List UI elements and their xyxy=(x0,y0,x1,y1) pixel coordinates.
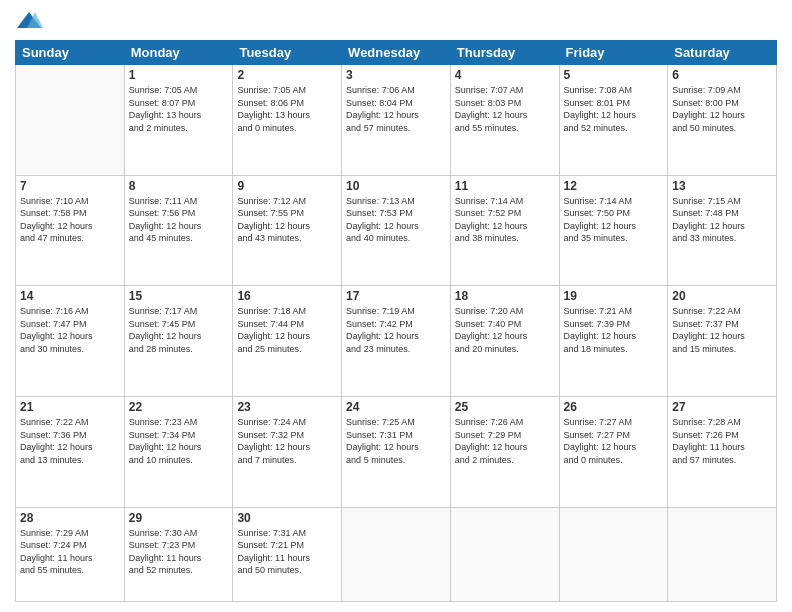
day-info: Sunrise: 7:05 AM Sunset: 8:06 PM Dayligh… xyxy=(237,84,337,134)
day-number: 8 xyxy=(129,179,229,193)
day-info: Sunrise: 7:23 AM Sunset: 7:34 PM Dayligh… xyxy=(129,416,229,466)
calendar-week-row: 1Sunrise: 7:05 AM Sunset: 8:07 PM Daylig… xyxy=(16,65,777,176)
day-number: 17 xyxy=(346,289,446,303)
calendar-cell: 8Sunrise: 7:11 AM Sunset: 7:56 PM Daylig… xyxy=(124,175,233,286)
calendar-header-row: SundayMondayTuesdayWednesdayThursdayFrid… xyxy=(16,41,777,65)
calendar-cell: 12Sunrise: 7:14 AM Sunset: 7:50 PM Dayli… xyxy=(559,175,668,286)
logo xyxy=(15,10,47,32)
day-info: Sunrise: 7:19 AM Sunset: 7:42 PM Dayligh… xyxy=(346,305,446,355)
day-info: Sunrise: 7:26 AM Sunset: 7:29 PM Dayligh… xyxy=(455,416,555,466)
calendar-cell: 20Sunrise: 7:22 AM Sunset: 7:37 PM Dayli… xyxy=(668,286,777,397)
calendar-cell: 26Sunrise: 7:27 AM Sunset: 7:27 PM Dayli… xyxy=(559,396,668,507)
day-number: 13 xyxy=(672,179,772,193)
weekday-header: Tuesday xyxy=(233,41,342,65)
calendar-cell xyxy=(16,65,125,176)
calendar-cell: 7Sunrise: 7:10 AM Sunset: 7:58 PM Daylig… xyxy=(16,175,125,286)
calendar-cell: 14Sunrise: 7:16 AM Sunset: 7:47 PM Dayli… xyxy=(16,286,125,397)
calendar-cell: 30Sunrise: 7:31 AM Sunset: 7:21 PM Dayli… xyxy=(233,507,342,601)
day-number: 10 xyxy=(346,179,446,193)
calendar-cell: 3Sunrise: 7:06 AM Sunset: 8:04 PM Daylig… xyxy=(342,65,451,176)
day-info: Sunrise: 7:20 AM Sunset: 7:40 PM Dayligh… xyxy=(455,305,555,355)
day-number: 14 xyxy=(20,289,120,303)
day-number: 2 xyxy=(237,68,337,82)
calendar-cell: 17Sunrise: 7:19 AM Sunset: 7:42 PM Dayli… xyxy=(342,286,451,397)
day-info: Sunrise: 7:27 AM Sunset: 7:27 PM Dayligh… xyxy=(564,416,664,466)
day-info: Sunrise: 7:14 AM Sunset: 7:52 PM Dayligh… xyxy=(455,195,555,245)
day-info: Sunrise: 7:08 AM Sunset: 8:01 PM Dayligh… xyxy=(564,84,664,134)
calendar-week-row: 28Sunrise: 7:29 AM Sunset: 7:24 PM Dayli… xyxy=(16,507,777,601)
calendar-cell: 5Sunrise: 7:08 AM Sunset: 8:01 PM Daylig… xyxy=(559,65,668,176)
weekday-header: Friday xyxy=(559,41,668,65)
page: SundayMondayTuesdayWednesdayThursdayFrid… xyxy=(0,0,792,612)
calendar-cell: 4Sunrise: 7:07 AM Sunset: 8:03 PM Daylig… xyxy=(450,65,559,176)
day-number: 5 xyxy=(564,68,664,82)
calendar-cell: 15Sunrise: 7:17 AM Sunset: 7:45 PM Dayli… xyxy=(124,286,233,397)
calendar-cell xyxy=(450,507,559,601)
day-info: Sunrise: 7:25 AM Sunset: 7:31 PM Dayligh… xyxy=(346,416,446,466)
calendar-cell: 21Sunrise: 7:22 AM Sunset: 7:36 PM Dayli… xyxy=(16,396,125,507)
calendar-week-row: 21Sunrise: 7:22 AM Sunset: 7:36 PM Dayli… xyxy=(16,396,777,507)
calendar-cell: 6Sunrise: 7:09 AM Sunset: 8:00 PM Daylig… xyxy=(668,65,777,176)
day-info: Sunrise: 7:17 AM Sunset: 7:45 PM Dayligh… xyxy=(129,305,229,355)
day-info: Sunrise: 7:22 AM Sunset: 7:37 PM Dayligh… xyxy=(672,305,772,355)
day-info: Sunrise: 7:31 AM Sunset: 7:21 PM Dayligh… xyxy=(237,527,337,577)
calendar-cell: 25Sunrise: 7:26 AM Sunset: 7:29 PM Dayli… xyxy=(450,396,559,507)
calendar-cell: 24Sunrise: 7:25 AM Sunset: 7:31 PM Dayli… xyxy=(342,396,451,507)
day-number: 7 xyxy=(20,179,120,193)
calendar-cell: 27Sunrise: 7:28 AM Sunset: 7:26 PM Dayli… xyxy=(668,396,777,507)
calendar-cell: 9Sunrise: 7:12 AM Sunset: 7:55 PM Daylig… xyxy=(233,175,342,286)
calendar-cell: 18Sunrise: 7:20 AM Sunset: 7:40 PM Dayli… xyxy=(450,286,559,397)
weekday-header: Wednesday xyxy=(342,41,451,65)
day-number: 12 xyxy=(564,179,664,193)
weekday-header: Saturday xyxy=(668,41,777,65)
day-info: Sunrise: 7:13 AM Sunset: 7:53 PM Dayligh… xyxy=(346,195,446,245)
day-number: 28 xyxy=(20,511,120,525)
day-info: Sunrise: 7:12 AM Sunset: 7:55 PM Dayligh… xyxy=(237,195,337,245)
day-info: Sunrise: 7:14 AM Sunset: 7:50 PM Dayligh… xyxy=(564,195,664,245)
calendar-cell: 22Sunrise: 7:23 AM Sunset: 7:34 PM Dayli… xyxy=(124,396,233,507)
weekday-header: Thursday xyxy=(450,41,559,65)
day-number: 11 xyxy=(455,179,555,193)
day-number: 20 xyxy=(672,289,772,303)
calendar-cell: 19Sunrise: 7:21 AM Sunset: 7:39 PM Dayli… xyxy=(559,286,668,397)
calendar-week-row: 14Sunrise: 7:16 AM Sunset: 7:47 PM Dayli… xyxy=(16,286,777,397)
day-number: 9 xyxy=(237,179,337,193)
calendar-cell: 11Sunrise: 7:14 AM Sunset: 7:52 PM Dayli… xyxy=(450,175,559,286)
day-number: 29 xyxy=(129,511,229,525)
calendar-cell: 10Sunrise: 7:13 AM Sunset: 7:53 PM Dayli… xyxy=(342,175,451,286)
day-number: 18 xyxy=(455,289,555,303)
calendar-cell: 23Sunrise: 7:24 AM Sunset: 7:32 PM Dayli… xyxy=(233,396,342,507)
calendar-cell xyxy=(342,507,451,601)
calendar-cell: 2Sunrise: 7:05 AM Sunset: 8:06 PM Daylig… xyxy=(233,65,342,176)
day-info: Sunrise: 7:16 AM Sunset: 7:47 PM Dayligh… xyxy=(20,305,120,355)
calendar-cell xyxy=(668,507,777,601)
day-number: 15 xyxy=(129,289,229,303)
day-info: Sunrise: 7:05 AM Sunset: 8:07 PM Dayligh… xyxy=(129,84,229,134)
day-number: 23 xyxy=(237,400,337,414)
day-number: 4 xyxy=(455,68,555,82)
day-info: Sunrise: 7:09 AM Sunset: 8:00 PM Dayligh… xyxy=(672,84,772,134)
day-number: 1 xyxy=(129,68,229,82)
day-number: 3 xyxy=(346,68,446,82)
day-number: 19 xyxy=(564,289,664,303)
weekday-header: Sunday xyxy=(16,41,125,65)
calendar-cell: 16Sunrise: 7:18 AM Sunset: 7:44 PM Dayli… xyxy=(233,286,342,397)
calendar-table: SundayMondayTuesdayWednesdayThursdayFrid… xyxy=(15,40,777,602)
logo-icon xyxy=(15,10,43,32)
day-info: Sunrise: 7:28 AM Sunset: 7:26 PM Dayligh… xyxy=(672,416,772,466)
day-info: Sunrise: 7:21 AM Sunset: 7:39 PM Dayligh… xyxy=(564,305,664,355)
header xyxy=(15,10,777,32)
day-info: Sunrise: 7:06 AM Sunset: 8:04 PM Dayligh… xyxy=(346,84,446,134)
calendar-cell: 1Sunrise: 7:05 AM Sunset: 8:07 PM Daylig… xyxy=(124,65,233,176)
weekday-header: Monday xyxy=(124,41,233,65)
day-number: 22 xyxy=(129,400,229,414)
day-number: 6 xyxy=(672,68,772,82)
day-number: 24 xyxy=(346,400,446,414)
day-number: 21 xyxy=(20,400,120,414)
day-number: 26 xyxy=(564,400,664,414)
calendar-cell xyxy=(559,507,668,601)
day-number: 16 xyxy=(237,289,337,303)
day-info: Sunrise: 7:10 AM Sunset: 7:58 PM Dayligh… xyxy=(20,195,120,245)
day-info: Sunrise: 7:30 AM Sunset: 7:23 PM Dayligh… xyxy=(129,527,229,577)
day-info: Sunrise: 7:24 AM Sunset: 7:32 PM Dayligh… xyxy=(237,416,337,466)
